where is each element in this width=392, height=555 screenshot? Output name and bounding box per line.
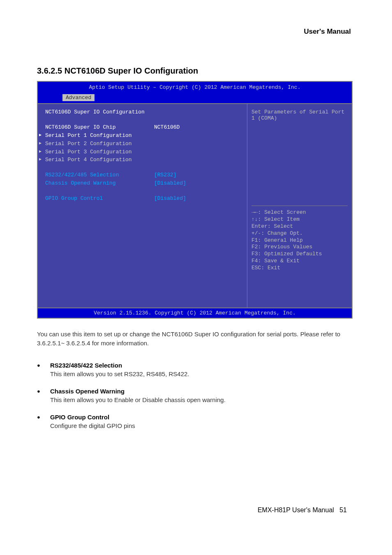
option-chassis-warning[interactable]: Chassis Opened Warning [Disabled] xyxy=(45,180,243,187)
help-text: Set Parameters of Serial Port 1 (COMA) xyxy=(251,109,348,121)
submenu-serial-4[interactable]: Serial Port 4 Configuration xyxy=(39,157,243,164)
bios-main-panel: NCT6106D Super IO Configuration NCT6106D… xyxy=(38,104,247,308)
bios-title: Aptio Setup Utility – Copyright (C) 2012… xyxy=(37,81,353,93)
submenu-serial-3[interactable]: Serial Port 3 Configuration xyxy=(39,149,243,156)
bios-footer: Version 2.15.1236. Copyright (C) 2012 Am… xyxy=(37,308,353,319)
bios-screenshot: Aptio Setup Utility – Copyright (C) 2012… xyxy=(37,81,353,317)
list-item: ● RS232/485/422 Selection This item allo… xyxy=(37,362,353,377)
tab-advanced: Advanced xyxy=(62,94,95,101)
bullet-icon: ● xyxy=(37,414,50,429)
submenu-serial-2[interactable]: Serial Port 2 Configuration xyxy=(39,141,243,148)
bullet-desc: This item allows you to Enable or Disabl… xyxy=(50,396,353,403)
manual-header: User's Manual xyxy=(304,28,351,36)
bios-help-panel: Set Parameters of Serial Port 1 (COMA) →… xyxy=(247,104,352,308)
chip-label: NCT6106D Super IO Chip xyxy=(45,124,154,131)
bullet-list: ● RS232/485/422 Selection This item allo… xyxy=(37,362,353,432)
bios-heading: NCT6106D Super IO Configuration xyxy=(45,109,243,116)
bullet-icon: ● xyxy=(37,388,50,403)
chip-value: NCT6106D xyxy=(154,124,180,131)
submenu-serial-1[interactable]: Serial Port 1 Configuration xyxy=(39,132,243,139)
bullet-desc: This item allows you to set RS232, RS485… xyxy=(50,370,353,377)
bullet-title: RS232/485/422 Selection xyxy=(50,362,353,369)
list-item: ● Chassis Opened Warning This item allow… xyxy=(37,388,353,403)
list-item: ● GPIO Group Control Configure the digit… xyxy=(37,414,353,429)
bullet-title: GPIO Group Control xyxy=(50,414,353,421)
bullet-desc: Configure the digital GPIO pins xyxy=(50,422,353,429)
key-help: →←: Select Screen ↑↓: Select Item Enter:… xyxy=(251,209,348,272)
option-rs-selection[interactable]: RS232/422/485 Selection [RS232] xyxy=(45,172,243,179)
footer-manual-title: EMX-H81P User's Manual 51 xyxy=(258,506,347,514)
section-title: 3.6.2.5 NCT6106D Super IO Configuration xyxy=(37,66,198,76)
bullet-icon: ● xyxy=(37,362,50,377)
bios-tab-row: Advanced xyxy=(37,93,353,104)
section-description: You can use this item to set up or chang… xyxy=(37,330,353,348)
bullet-title: Chassis Opened Warning xyxy=(50,388,353,395)
option-gpio[interactable]: GPIO Group Control [Disabled] xyxy=(45,195,243,202)
